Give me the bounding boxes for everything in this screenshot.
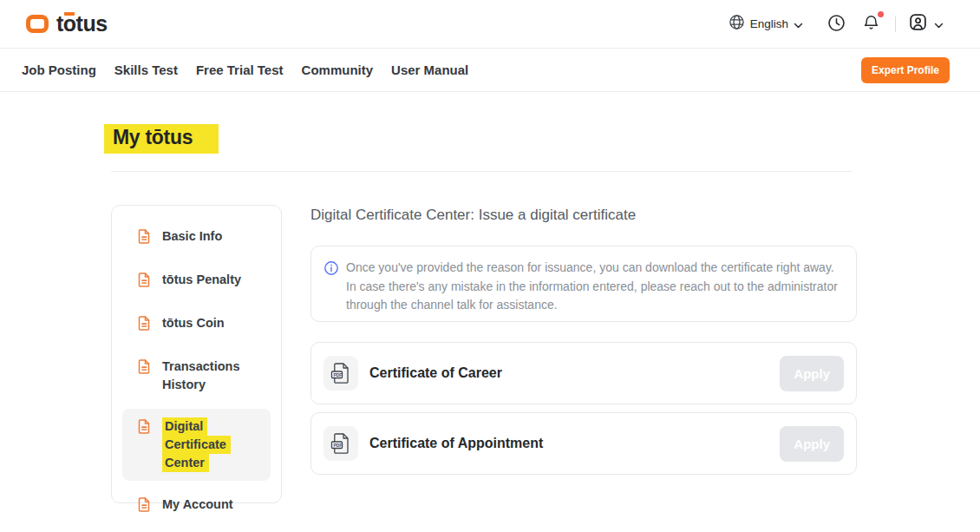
nav-item-job-posting[interactable]: Job Posting xyxy=(22,62,96,77)
chevron-down-icon xyxy=(794,16,803,32)
sidebar-item-label: My Account xyxy=(162,496,233,514)
section-title: Digital Certificate Center: Issue a digi… xyxy=(310,207,636,224)
sidebar-item-label: Transactions History xyxy=(162,358,271,394)
expert-profile-button[interactable]: Expert Profile xyxy=(861,57,950,83)
sidebar-item-totus-penalty[interactable]: tōtus Penalty xyxy=(112,259,281,303)
document-icon xyxy=(136,272,152,292)
document-icon xyxy=(136,228,152,248)
certificate-card-appointment: PDF Certificate of Appointment Apply xyxy=(310,412,857,475)
clock-icon xyxy=(827,14,846,35)
my-page-sidebar: Basic Info tōtus Penalty tōtus Coin Tran… xyxy=(111,205,282,503)
document-icon xyxy=(136,418,152,438)
certificate-card-career: PDF Certificate of Career Apply xyxy=(310,342,857,404)
page-heading: My tōtus xyxy=(104,124,219,154)
logo-text: totus xyxy=(56,13,108,35)
header-divider xyxy=(895,16,896,32)
top-header: totus English xyxy=(0,0,980,49)
main-nav: Job Posting Skills Test Free Trial Test … xyxy=(0,49,980,92)
notice-text: Once you've provided the reason for issu… xyxy=(346,259,839,321)
certificate-title: Certificate of Career xyxy=(369,365,502,381)
nav-item-community[interactable]: Community xyxy=(302,62,374,77)
language-selector[interactable]: English xyxy=(728,14,803,34)
highlighted-label: Digital Certificate Center xyxy=(162,417,231,472)
language-label: English xyxy=(750,17,788,30)
sidebar-item-label: tōtus Coin xyxy=(162,314,225,332)
nav-item-skills-test[interactable]: Skills Test xyxy=(114,62,178,77)
sidebar-item-label: Basic Info xyxy=(162,227,222,246)
nav-item-free-trial-test[interactable]: Free Trial Test xyxy=(196,62,284,77)
bell-icon xyxy=(863,14,879,34)
notice-box: Once you've provided the reason for issu… xyxy=(310,246,857,322)
profile-menu[interactable] xyxy=(908,12,944,36)
info-icon xyxy=(323,260,339,321)
pdf-icon: PDF xyxy=(323,356,358,391)
sidebar-item-transactions-history[interactable]: Transactions History xyxy=(112,346,281,405)
profile-icon xyxy=(908,12,928,36)
heading-divider xyxy=(111,171,852,172)
logo-icon xyxy=(26,15,49,33)
document-icon xyxy=(136,315,152,335)
sidebar-item-label: Digital Certificate Center xyxy=(162,417,265,472)
sidebar-item-label: tōtus Penalty xyxy=(162,271,241,289)
pdf-icon: PDF xyxy=(323,426,358,461)
logo-text-o: o xyxy=(63,13,76,35)
svg-text:PDF: PDF xyxy=(333,372,342,378)
header-actions: English xyxy=(728,12,944,36)
apply-button-appointment[interactable]: Apply xyxy=(780,426,844,462)
document-icon xyxy=(136,496,152,516)
document-icon xyxy=(136,358,152,378)
sidebar-item-my-account[interactable]: My Account xyxy=(112,484,281,528)
sidebar-item-totus-coin[interactable]: tōtus Coin xyxy=(112,303,281,346)
sidebar-item-basic-info[interactable]: Basic Info xyxy=(112,216,281,259)
globe-icon xyxy=(728,14,745,34)
notifications-button[interactable] xyxy=(861,12,881,36)
history-button[interactable] xyxy=(826,12,847,36)
logo[interactable]: totus xyxy=(26,13,108,35)
chevron-down-icon xyxy=(934,16,944,32)
apply-button-career[interactable]: Apply xyxy=(780,356,844,391)
page-title: My tōtus xyxy=(104,124,219,154)
nav-item-user-manual[interactable]: User Manual xyxy=(391,62,468,77)
main-content: Digital Certificate Center: Issue a digi… xyxy=(310,205,857,503)
svg-text:PDF: PDF xyxy=(333,443,342,448)
notification-dot xyxy=(878,11,884,17)
logo-text-post: tus xyxy=(76,11,108,36)
logo-text-pre: t xyxy=(56,11,63,36)
sidebar-item-digital-certificate-center[interactable]: Digital Certificate Center xyxy=(122,409,271,481)
certificate-title: Certificate of Appointment xyxy=(369,436,543,451)
